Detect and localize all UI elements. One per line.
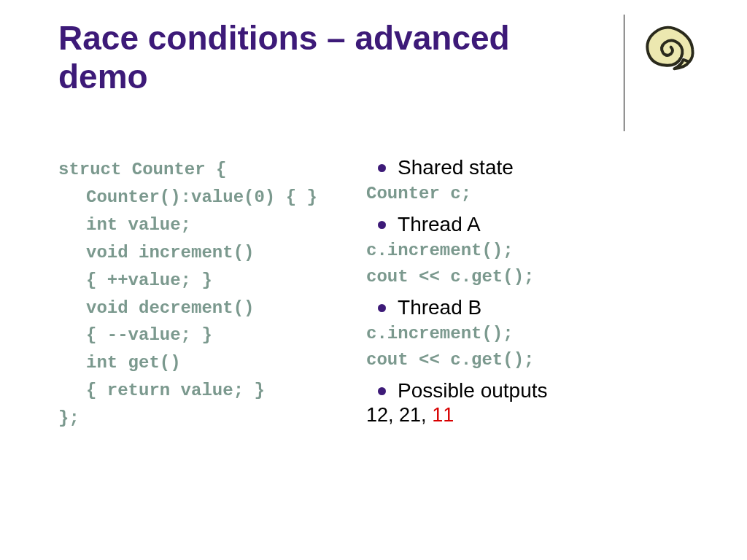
- bullet-label: Thread A: [398, 213, 481, 236]
- slide-title: Race conditions – advanced demo: [58, 15, 606, 96]
- code-line: { return value; }: [58, 377, 352, 405]
- code-line: int get(): [58, 349, 352, 377]
- title-divider: [624, 15, 624, 131]
- code-line: int value;: [58, 211, 352, 239]
- slide: Race conditions – advanced demo struct C…: [0, 0, 747, 447]
- code-line: void increment(): [58, 239, 352, 267]
- bullet-shared-state: Shared state: [366, 156, 678, 179]
- code-thread-a: c.increment(); cout << c.get();: [366, 238, 678, 290]
- code-line: struct Counter {: [58, 156, 352, 184]
- code-line: };: [58, 405, 352, 432]
- bullets-column: Shared state Counter c; Thread A c.incre…: [359, 156, 678, 432]
- code-line: { ++value; }: [58, 267, 352, 295]
- snail-icon: [639, 18, 696, 74]
- code-line: c.increment();: [366, 321, 678, 347]
- code-line: Counter():value(0) { }: [58, 184, 352, 211]
- bullet-icon: [378, 387, 386, 395]
- code-thread-b: c.increment(); cout << c.get();: [366, 321, 678, 373]
- outputs-text: 12, 21, 11: [366, 404, 678, 427]
- bullet-icon: [378, 164, 386, 172]
- code-column: struct Counter { Counter():value(0) { } …: [58, 156, 352, 432]
- code-line: void decrement(): [58, 295, 352, 322]
- outputs-normal: 12, 21,: [366, 404, 427, 426]
- bullet-icon: [378, 221, 386, 229]
- code-shared-state: Counter c;: [366, 181, 678, 207]
- bullet-thread-b: Thread B: [366, 296, 678, 319]
- code-line: { --value; }: [58, 322, 352, 349]
- content-columns: struct Counter { Counter():value(0) { } …: [58, 156, 696, 432]
- bullet-icon: [378, 304, 386, 312]
- bullet-thread-a: Thread A: [366, 213, 678, 236]
- code-line: cout << c.get();: [366, 347, 678, 373]
- header: Race conditions – advanced demo: [58, 15, 696, 131]
- bullet-possible-outputs: Possible outputs: [366, 379, 678, 402]
- bullet-label: Thread B: [398, 296, 481, 319]
- struct-code: struct Counter { Counter():value(0) { } …: [58, 156, 352, 432]
- bullet-label: Possible outputs: [398, 379, 547, 402]
- code-line: c.increment();: [366, 238, 678, 264]
- code-line: cout << c.get();: [366, 264, 678, 290]
- bullet-label: Shared state: [398, 156, 514, 179]
- outputs-highlight: 11: [432, 404, 454, 426]
